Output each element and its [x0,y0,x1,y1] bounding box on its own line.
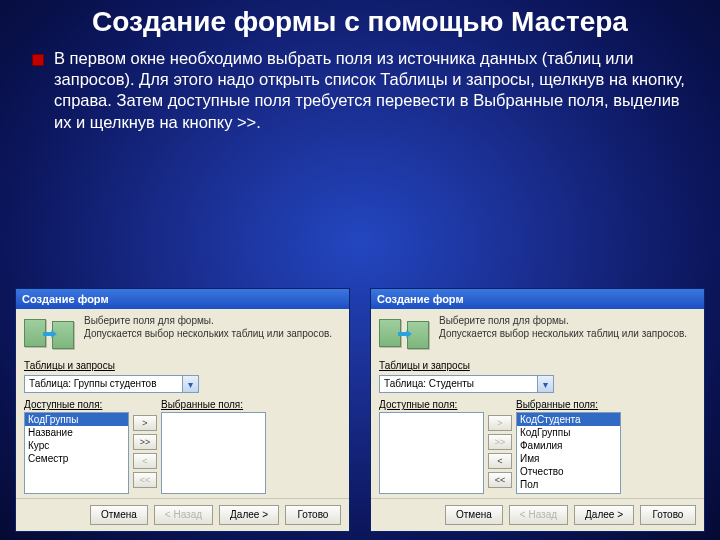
finish-button[interactable]: Готово [285,505,341,525]
available-label: Доступные поля: [379,399,484,410]
remove-all-button[interactable]: << [133,472,157,488]
next-button[interactable]: Далее > [219,505,279,525]
list-item[interactable]: Пол [517,478,620,491]
remove-button[interactable]: < [488,453,512,469]
remove-all-button[interactable]: << [488,472,512,488]
dialog-titlebar: Создание форм [16,289,349,309]
wizard-icon [379,317,431,353]
back-button[interactable]: < Назад [154,505,213,525]
cancel-button[interactable]: Отмена [90,505,148,525]
available-label: Доступные поля: [24,399,129,410]
list-item[interactable]: Курс [25,439,128,452]
slide-title: Создание формы с помощью Мастера [0,0,720,38]
slide: Создание формы с помощью Мастера В перво… [0,0,720,540]
selected-listbox[interactable]: КодСтудентаКодГруппыФамилияИмяОтчествоПо… [516,412,621,494]
tables-combo[interactable]: Таблица: Группы студентов ▾ [24,375,199,393]
available-listbox[interactable] [379,412,484,494]
dialog-titlebar: Создание форм [371,289,704,309]
tables-combo[interactable]: Таблица: Студенты ▾ [379,375,554,393]
wizard-instructions: Выберите поля для формы. Допускается выб… [439,315,687,340]
list-item[interactable]: Семестр [25,452,128,465]
list-item[interactable]: Дата рождения [517,491,620,494]
finish-button[interactable]: Готово [640,505,696,525]
list-item[interactable]: Фамилия [517,439,620,452]
list-item[interactable]: Название [25,426,128,439]
combo-value: Таблица: Студенты [380,376,537,392]
tables-label: Таблицы и запросы [24,360,341,371]
next-button[interactable]: Далее > [574,505,634,525]
list-item[interactable]: Имя [517,452,620,465]
tables-label: Таблицы и запросы [379,360,696,371]
form-wizard-dialog-1: Создание форм Выберите поля для формы. Д… [15,288,350,532]
list-item[interactable]: КодГруппы [25,413,128,426]
add-all-button[interactable]: >> [488,434,512,450]
bullet-icon [32,54,44,66]
dialogs-row: Создание форм Выберите поля для формы. Д… [15,288,705,532]
list-item[interactable]: КодГруппы [517,426,620,439]
remove-button[interactable]: < [133,453,157,469]
selected-listbox[interactable] [161,412,266,494]
body-paragraph: В первом окне необходимо выбрать поля из… [54,49,685,130]
back-button[interactable]: < Назад [509,505,568,525]
selected-label: Выбранные поля: [161,399,266,410]
form-wizard-dialog-2: Создание форм Выберите поля для формы. Д… [370,288,705,532]
add-button[interactable]: > [133,415,157,431]
chevron-down-icon[interactable]: ▾ [182,376,198,392]
add-all-button[interactable]: >> [133,434,157,450]
available-listbox[interactable]: КодГруппыНазваниеКурсСеместр [24,412,129,494]
cancel-button[interactable]: Отмена [445,505,503,525]
chevron-down-icon[interactable]: ▾ [537,376,553,392]
wizard-icon [24,317,76,353]
list-item[interactable]: Отчество [517,465,620,478]
wizard-instructions: Выберите поля для формы. Допускается выб… [84,315,332,340]
selected-label: Выбранные поля: [516,399,621,410]
list-item[interactable]: КодСтудента [517,413,620,426]
add-button[interactable]: > [488,415,512,431]
slide-body: В первом окне необходимо выбрать поля из… [0,38,720,132]
combo-value: Таблица: Группы студентов [25,376,182,392]
